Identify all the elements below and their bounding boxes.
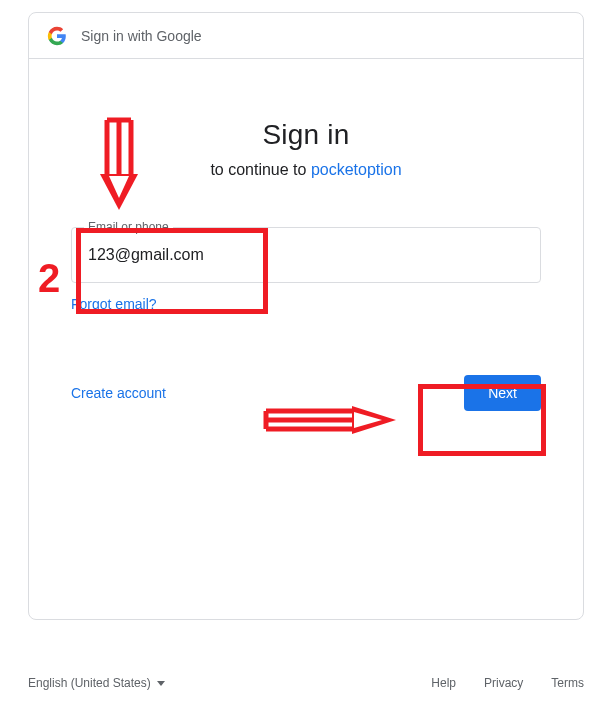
forgot-email-row: Forgot email?	[71, 295, 541, 313]
signin-card: Sign in with Google Sign in to continue …	[28, 12, 584, 620]
header-title: Sign in with Google	[81, 28, 202, 44]
language-select[interactable]: English (United States)	[28, 676, 165, 690]
footer: English (United States) Help Privacy Ter…	[28, 676, 584, 690]
create-account-link[interactable]: Create account	[71, 385, 166, 401]
forgot-email-link[interactable]: Forgot email?	[71, 296, 157, 312]
card-body: Sign in to continue to pocketoption Emai…	[29, 59, 583, 411]
help-link[interactable]: Help	[431, 676, 456, 690]
google-logo-icon	[47, 26, 67, 46]
footer-links: Help Privacy Terms	[431, 676, 584, 690]
page-title: Sign in	[71, 119, 541, 151]
next-button[interactable]: Next	[464, 375, 541, 411]
annotation-step-number: 2	[38, 256, 60, 301]
email-input-outline: Email or phone	[71, 227, 541, 283]
chevron-down-icon	[157, 681, 165, 686]
email-field-wrap: Email or phone	[71, 227, 541, 283]
app-name-link[interactable]: pocketoption	[311, 161, 402, 178]
terms-link[interactable]: Terms	[551, 676, 584, 690]
email-label: Email or phone	[84, 220, 173, 234]
email-input[interactable]	[72, 228, 540, 282]
action-row: Create account Next	[71, 375, 541, 411]
subtitle: to continue to pocketoption	[71, 161, 541, 179]
privacy-link[interactable]: Privacy	[484, 676, 523, 690]
subtitle-prefix: to continue to	[210, 161, 311, 178]
language-label: English (United States)	[28, 676, 151, 690]
card-header: Sign in with Google	[29, 13, 583, 59]
